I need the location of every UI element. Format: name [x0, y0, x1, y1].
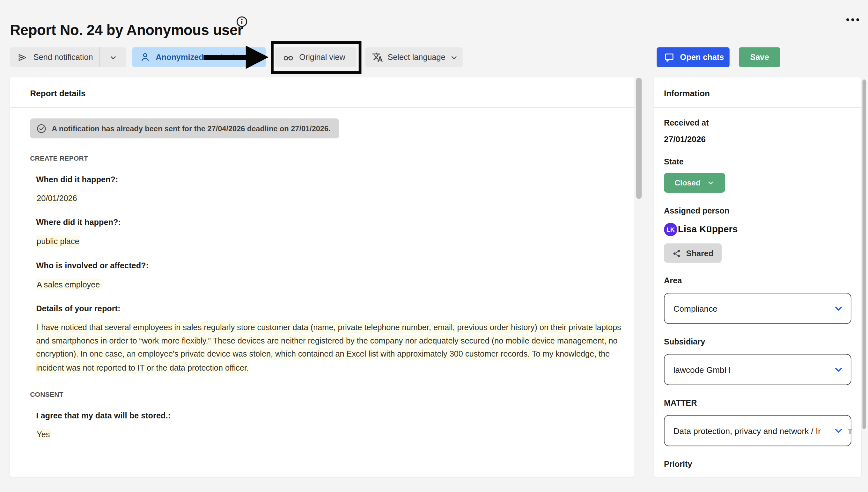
share-icon [672, 249, 681, 257]
subsidiary-value: lawcode GmbH [674, 365, 731, 374]
chevron-down-icon [833, 303, 844, 314]
check-circle-icon [36, 123, 47, 133]
area-dropdown[interactable]: Compliance [664, 293, 851, 324]
field-value-row: Yes [36, 428, 626, 441]
translate-icon [372, 52, 383, 63]
chat-icon [664, 52, 675, 63]
glasses-icon [283, 51, 294, 63]
sidebar-scrollbar[interactable] [863, 79, 866, 429]
field-label: Details of your report: [36, 304, 634, 313]
received-at-label: Received at [664, 118, 861, 127]
annotation-arrow-head [246, 46, 268, 69]
chevron-down-icon [707, 179, 714, 187]
open-chats-button[interactable]: Open chats [657, 47, 729, 67]
chevron-down-icon [833, 425, 844, 436]
field-value-row: 20/01/2026 [36, 192, 626, 205]
field-value: Yes [36, 429, 50, 440]
area-value: Compliance [674, 304, 718, 313]
matter-value: Data protection, privacy and network / I… [674, 426, 821, 436]
annotation-arrow [204, 55, 246, 60]
open-chats-label: Open chats [680, 53, 724, 62]
send-notification-dropdown[interactable] [100, 53, 126, 62]
original-view-button[interactable]: Original view [275, 47, 356, 67]
area-label: Area [664, 276, 861, 285]
page: Report No. 24 by Anonymous user Send not… [0, 0, 868, 492]
field-label: I agree that my data will be stored.: [36, 411, 634, 420]
field-value-row: A sales employee [36, 277, 626, 291]
person-icon [140, 52, 151, 63]
divider [10, 107, 634, 108]
avatar: LK [664, 223, 677, 236]
card-title: Report details [30, 88, 634, 98]
field-value-row: public place [36, 235, 626, 248]
save-label: Save [750, 53, 769, 62]
page-title: Report No. 24 by Anonymous user [10, 22, 243, 39]
state-label: State [664, 157, 861, 166]
subsidiary-label: Subsidiary [664, 337, 861, 346]
assignee-name: Lisa Küppers [678, 224, 738, 235]
priority-label: Priority [664, 460, 861, 468]
report-details-card: Report details A notification has alread… [10, 77, 634, 477]
send-notification-button[interactable]: Send notification [10, 47, 126, 67]
shared-button[interactable]: Shared [664, 243, 722, 263]
notification-banner: A notification has already been sent for… [30, 118, 339, 138]
original-view-label: Original view [299, 53, 345, 62]
field-value: I have noticed that several employees in… [36, 321, 621, 373]
state-dropdown[interactable]: Closed [664, 173, 725, 193]
field-value: 20/01/2026 [36, 193, 77, 204]
chevron-down-icon [109, 53, 117, 62]
notification-banner-text: A notification has already been sent for… [52, 124, 330, 132]
shared-label: Shared [686, 249, 714, 257]
sidebar-title: Information [664, 88, 861, 98]
subsidiary-dropdown[interactable]: lawcode GmbH [664, 354, 851, 385]
field-value-row: I have noticed that several employees in… [36, 321, 626, 374]
main-scrollbar[interactable] [636, 78, 641, 199]
divider [654, 107, 861, 108]
save-button[interactable]: Save [739, 47, 780, 67]
received-at-value: 27/01/2026 [664, 134, 861, 144]
more-menu-button[interactable] [846, 19, 859, 21]
matter-overflow-text: т [848, 426, 852, 436]
field-value: public place [36, 236, 80, 247]
chevron-down-icon [833, 364, 844, 375]
field-label: Who is involved or affected?: [36, 261, 634, 270]
field-label: When did it happen?: [36, 175, 634, 184]
field-value: A sales employee [36, 279, 100, 290]
matter-dropdown[interactable]: Data protection, privacy and network / I… [664, 415, 851, 446]
information-sidebar: Information Received at 27/01/2026 State… [654, 77, 861, 477]
assigned-person-label: Assigned person [664, 206, 861, 215]
chevron-down-icon [450, 53, 458, 62]
send-notification-label: Send notification [33, 53, 93, 62]
select-language-button[interactable]: Select language [366, 47, 463, 67]
assignee-row[interactable]: LK Lisa Küppers [664, 223, 861, 236]
section-title: CREATE REPORT [30, 154, 634, 162]
section-title: CONSENT [30, 391, 634, 398]
matter-label: MATTER [664, 398, 861, 407]
info-icon[interactable] [236, 16, 248, 28]
select-language-label: Select language [388, 53, 445, 62]
send-icon [17, 52, 28, 63]
field-label: Where did it happen?: [36, 218, 634, 227]
state-value: Closed [675, 178, 700, 187]
